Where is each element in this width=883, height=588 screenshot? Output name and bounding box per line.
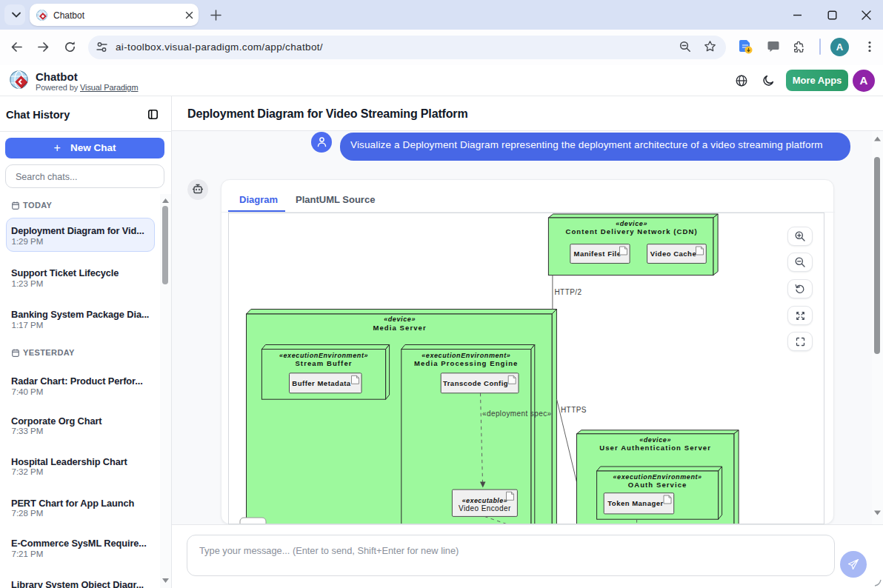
svg-text:«device»: «device» bbox=[616, 220, 647, 227]
svg-text:«executionEnvironment»: «executionEnvironment» bbox=[279, 352, 368, 359]
svg-text:«executionEnvironment»: «executionEnvironment» bbox=[613, 473, 702, 481]
svg-text:«device»: «device» bbox=[639, 436, 671, 444]
svg-text:Token Manager: Token Manager bbox=[607, 499, 663, 507]
svg-text:Manifest File: Manifest File bbox=[573, 250, 621, 258]
svg-text:«deployment spec»: «deployment spec» bbox=[482, 410, 552, 418]
svg-text:Content Delivery Network (CDN): Content Delivery Network (CDN) bbox=[566, 227, 698, 235]
svg-text:«device»: «device» bbox=[384, 315, 416, 323]
svg-text:User Authentication Server: User Authentication Server bbox=[599, 444, 711, 452]
svg-text:Transcode Config: Transcode Config bbox=[443, 379, 508, 387]
svg-text:Media Server: Media Server bbox=[373, 324, 426, 332]
svg-text:Video Encoder: Video Encoder bbox=[459, 504, 511, 512]
svg-text:HTTPS: HTTPS bbox=[561, 406, 587, 414]
svg-text:OAuth Service: OAuth Service bbox=[628, 481, 687, 489]
svg-text:HTTP/2: HTTP/2 bbox=[555, 288, 582, 296]
svg-text:Buffer Metadata: Buffer Metadata bbox=[292, 379, 351, 387]
svg-text:Media Processing Engine: Media Processing Engine bbox=[414, 359, 518, 367]
svg-text:Stream Buffer: Stream Buffer bbox=[295, 359, 352, 367]
svg-text:«executionEnvironment»: «executionEnvironment» bbox=[421, 352, 510, 359]
svg-text:Video Cache: Video Cache bbox=[650, 250, 696, 258]
